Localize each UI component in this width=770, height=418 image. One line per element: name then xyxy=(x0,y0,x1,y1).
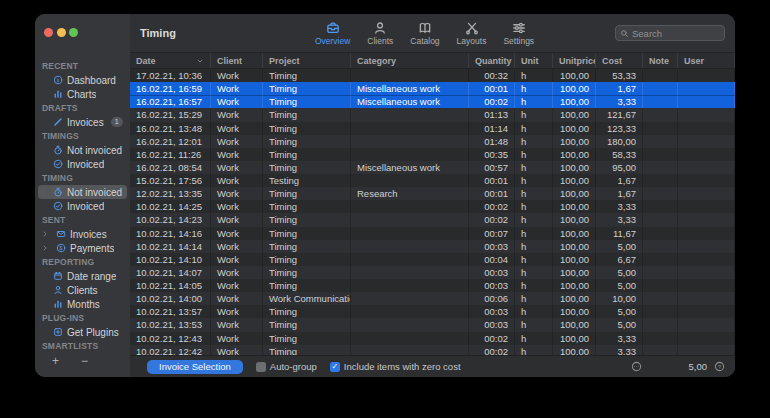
cell-cost: 180,00 xyxy=(596,135,643,148)
sidebar-item-months[interactable]: Months xyxy=(38,297,127,311)
zoom-button[interactable] xyxy=(69,28,78,37)
toolbar: Timing OverviewClientsCatalogLayoutsSett… xyxy=(130,14,735,53)
checkbox-include-items-with-zero-cost[interactable]: ✓Include items with zero cost xyxy=(330,361,461,372)
tab-overview[interactable]: Overview xyxy=(315,21,350,46)
close-button[interactable] xyxy=(44,28,53,37)
table-row[interactable]: 16.02.21, 15:29WorkTiming01:13h100,00121… xyxy=(130,108,735,121)
tab-clients[interactable]: Clients xyxy=(367,21,393,46)
sidebar-item-payments[interactable]: $Payments xyxy=(38,241,127,255)
column-header-cost[interactable]: Cost xyxy=(596,53,643,68)
sidebar-item-dashboard[interactable]: Dashboard xyxy=(38,73,127,87)
cell-project: Timing xyxy=(263,187,351,200)
sidebar-item-date-range[interactable]: Date range xyxy=(38,269,127,283)
table-row[interactable]: 10.02.21, 14:07WorkTiming00:03h100,005,0… xyxy=(130,266,735,279)
cell-project: Timing xyxy=(263,240,351,253)
column-header-unitprice[interactable]: Unitprice xyxy=(553,53,596,68)
bar-chart-icon xyxy=(53,89,63,99)
column-header-quantity[interactable]: Quantity xyxy=(469,53,515,68)
column-header-label: Unitprice xyxy=(559,56,596,66)
minimize-button[interactable] xyxy=(57,28,66,37)
sidebar-item-get-plugins[interactable]: Get Plugins xyxy=(38,325,127,339)
cell-cost: 1,67 xyxy=(596,187,643,200)
cell-unitprice: 100,00 xyxy=(553,161,596,174)
sidebar-item-label: Date range xyxy=(67,271,116,282)
cell-unitprice: 100,00 xyxy=(553,200,596,213)
cell-unit: h xyxy=(515,135,553,148)
sidebar-item-invoiced[interactable]: Invoiced xyxy=(38,199,127,213)
table-row[interactable]: 10.02.21, 14:05WorkTiming00:03h100,005,0… xyxy=(130,279,735,292)
sidebar-section-drafts: DRAFTS xyxy=(35,101,130,115)
sidebar-item-invoices[interactable]: Invoices1 xyxy=(38,115,127,129)
sidebar-item-clients[interactable]: Clients xyxy=(38,283,127,297)
cell-note xyxy=(643,69,678,82)
checkbox-auto-group[interactable]: Auto-group xyxy=(256,361,317,372)
table-row[interactable]: 12.02.21, 13:35WorkTimingResearch00:01h1… xyxy=(130,187,735,200)
tab-catalog[interactable]: Catalog xyxy=(410,21,439,46)
cell-unitprice: 100,00 xyxy=(553,266,596,279)
tab-layouts[interactable]: Layouts xyxy=(457,21,487,46)
table-row[interactable]: 16.02.21, 16:57WorkTimingMiscellaneous w… xyxy=(130,95,735,108)
table-row[interactable]: 10.02.21, 14:23WorkTiming00:02h100,003,3… xyxy=(130,213,735,226)
table-row[interactable]: 10.02.21, 12:42WorkTiming00:02h100,003,3… xyxy=(130,345,735,355)
cell-user xyxy=(678,122,735,135)
table-body: 17.02.21, 10:36WorkTiming00:32h100,0053,… xyxy=(130,69,735,355)
column-header-client[interactable]: Client xyxy=(211,53,263,68)
chevron-right-icon[interactable] xyxy=(41,244,52,252)
sidebar-item-invoices[interactable]: Invoices xyxy=(38,227,127,241)
toolbar-tabs: OverviewClientsCatalogLayoutsSettings xyxy=(315,21,534,46)
column-header-note[interactable]: Note xyxy=(643,53,678,68)
column-header-project[interactable]: Project xyxy=(263,53,351,68)
column-header-unit[interactable]: Unit xyxy=(515,53,553,68)
cell-note xyxy=(643,161,678,174)
add-smartlist-button[interactable]: + xyxy=(52,355,59,367)
cell-category xyxy=(351,240,469,253)
column-header-user[interactable]: User xyxy=(678,53,735,68)
table-row[interactable]: 10.02.21, 14:00WorkWork Communication00:… xyxy=(130,292,735,305)
cell-unit: h xyxy=(515,240,553,253)
cell-quantity: 01:48 xyxy=(469,135,515,148)
cell-quantity: 00:03 xyxy=(469,279,515,292)
cell-unitprice: 100,00 xyxy=(553,174,596,187)
cell-note xyxy=(643,135,678,148)
table-row[interactable]: 16.02.21, 11:26WorkTiming00:35h100,0058,… xyxy=(130,148,735,161)
search-input[interactable] xyxy=(632,28,720,39)
column-header-category[interactable]: Category xyxy=(351,53,469,68)
sidebar-item-invoiced[interactable]: Invoiced xyxy=(38,157,127,171)
table-row[interactable]: 10.02.21, 14:16WorkTiming00:07h100,0011,… xyxy=(130,227,735,240)
cell-unit: h xyxy=(515,122,553,135)
table-row[interactable]: 10.02.21, 12:43WorkTiming00:02h100,003,3… xyxy=(130,332,735,345)
cell-category: Miscellaneous work xyxy=(351,95,469,108)
table-row[interactable]: 16.02.21, 13:48WorkTiming01:14h100,00123… xyxy=(130,122,735,135)
chevron-right-icon[interactable] xyxy=(41,230,52,238)
sidebar-item-not-invoiced[interactable]: Not invoiced xyxy=(38,143,127,157)
search-field[interactable] xyxy=(615,25,725,41)
cell-cost: 5,00 xyxy=(596,279,643,292)
table-row[interactable]: 15.02.21, 17:56WorkTesting00:01h100,001,… xyxy=(130,174,735,187)
table-row[interactable]: 10.02.21, 13:53WorkTiming00:03h100,005,0… xyxy=(130,318,735,331)
cell-unit: h xyxy=(515,174,553,187)
cell-note xyxy=(643,227,678,240)
sidebar-item-not-invoiced[interactable]: Not invoiced xyxy=(38,185,127,199)
sidebar-item-charts[interactable]: Charts xyxy=(38,87,127,101)
table-row[interactable]: 16.02.21, 08:54WorkTimingMiscellaneous w… xyxy=(130,161,735,174)
table-row[interactable]: 10.02.21, 13:57WorkTiming00:03h100,005,0… xyxy=(130,305,735,318)
cell-quantity: 00:03 xyxy=(469,318,515,331)
cell-project: Timing xyxy=(263,161,351,174)
table-row[interactable]: 10.02.21, 14:25WorkTiming00:02h100,003,3… xyxy=(130,200,735,213)
cell-date: 15.02.21, 17:56 xyxy=(130,174,211,187)
checkbox-checked-icon[interactable]: ✓ xyxy=(330,362,340,372)
tab-settings[interactable]: Settings xyxy=(503,21,534,46)
table-row[interactable]: 16.02.21, 12:01WorkTiming01:48h100,00180… xyxy=(130,135,735,148)
help-icon[interactable]: ? xyxy=(714,361,725,372)
table-row[interactable]: 16.02.21, 16:59WorkTimingMiscellaneous w… xyxy=(130,82,735,95)
table-row[interactable]: 17.02.21, 10:36WorkTiming00:32h100,0053,… xyxy=(130,69,735,82)
checkbox-unchecked-icon[interactable] xyxy=(256,362,266,372)
tab-label: Clients xyxy=(367,36,393,46)
table-row[interactable]: 10.02.21, 14:14WorkTiming00:03h100,005,0… xyxy=(130,240,735,253)
cell-category xyxy=(351,122,469,135)
column-header-date[interactable]: Date xyxy=(130,53,211,68)
ellipsis-circle-icon[interactable] xyxy=(631,361,642,372)
remove-smartlist-button[interactable]: − xyxy=(81,355,88,367)
table-row[interactable]: 10.02.21, 14:10WorkTiming00:04h100,006,6… xyxy=(130,253,735,266)
invoice-selection-button[interactable]: Invoice Selection xyxy=(147,360,243,374)
